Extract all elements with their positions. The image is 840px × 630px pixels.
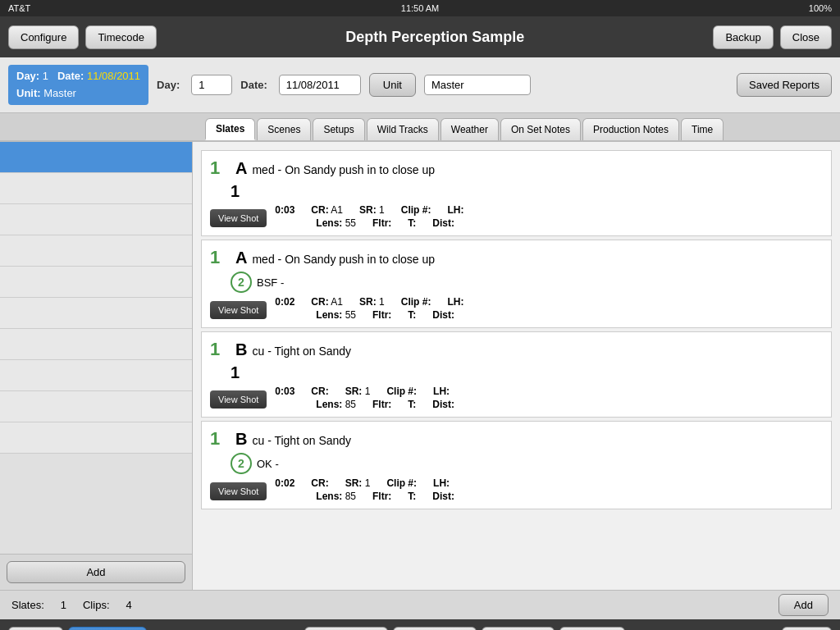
slate-num-3: 1 [210, 428, 231, 450]
lens-label-3: Lens: 85 [316, 491, 356, 502]
app-title: Depth Perception Sample [163, 29, 706, 46]
nav-script-button[interactable]: Script [8, 627, 63, 631]
view-shot-button-3[interactable]: View Shot [210, 482, 267, 500]
sidebar-item-5[interactable] [0, 298, 192, 329]
nav-participants-button[interactable]: Participants [304, 627, 388, 631]
sidebar-item-7[interactable] [0, 360, 192, 391]
sidebar-item-3[interactable] [0, 235, 192, 267]
lens-label-0: Lens: 55 [316, 217, 356, 229]
timecode-button[interactable]: Timecode [85, 25, 157, 49]
scene-letter-1: A [235, 249, 247, 267]
clip-label-0: Clip #: [401, 204, 431, 216]
unit-button[interactable]: Unit [369, 73, 416, 97]
take-row-2: 1 [231, 363, 823, 382]
sr-label-2: SR: 1 [345, 386, 371, 397]
sr-label-1: SR: 1 [359, 296, 385, 308]
content-area: 1 A med - On Sandy push in to close up 1… [193, 142, 840, 590]
sr-label-0: SR: 1 [359, 204, 385, 216]
sidebar-item-4[interactable] [0, 267, 192, 298]
shot-header-3: 1 B cu - Tight on Sandy [210, 428, 823, 450]
nav-shot-button[interactable]: Shot [782, 627, 832, 631]
tab-weather[interactable]: Weather [441, 118, 499, 140]
bottom-status-bar: Slates: 1 Clips: 4 Add [0, 590, 840, 619]
sidebar-item-1[interactable] [0, 173, 192, 204]
tab-on-set-notes[interactable]: On Set Notes [500, 118, 581, 140]
unit-input[interactable] [424, 75, 531, 95]
time-display: 11:50 AM [401, 3, 439, 13]
duration-label-2: 0:03 [275, 386, 294, 397]
tab-scenes[interactable]: Scenes [257, 118, 311, 140]
clips-label: Clips: [83, 599, 110, 611]
sidebar-add-button[interactable]: Add [7, 561, 185, 583]
content-add-button[interactable]: Add [778, 594, 829, 616]
t-label-2: T: [408, 399, 416, 410]
backup-button[interactable]: Backup [713, 25, 773, 49]
saved-reports-button[interactable]: Saved Reports [737, 73, 832, 97]
view-shot-button-2[interactable]: View Shot [210, 390, 267, 409]
view-shot-button-0[interactable]: View Shot [210, 209, 267, 227]
bottom-nav: Script Production Participants Cam/Sound… [0, 619, 840, 630]
sidebar-wrapper: Add [0, 142, 193, 590]
duration-label-1: 0:02 [275, 296, 294, 308]
shot-record-1: 1 A med - On Sandy push in to close up 2… [201, 240, 832, 328]
day-unit-box: Day: 1 Date: 11/08/2011 Unit: Master [8, 65, 148, 106]
nav-reports-button[interactable]: Reports [559, 627, 625, 631]
scene-desc-1: med - On Sandy push in to close up [252, 253, 435, 266]
sr-label-3: SR: 1 [345, 477, 371, 489]
tab-wild-tracks[interactable]: Wild Tracks [367, 118, 439, 140]
lh-label-3: LH: [433, 477, 450, 489]
dist-label-1: Dist: [432, 309, 454, 321]
lh-label-2: LH: [433, 386, 450, 397]
duration-label-3: 0:02 [275, 477, 294, 489]
nav-camsound-button[interactable]: Cam/Sound [393, 627, 477, 631]
dist-label-2: Dist: [432, 399, 454, 410]
shot-record-2: 1 B cu - Tight on Sandy 1 View Shot 0:03… [201, 331, 832, 418]
sidebar-scroll [0, 142, 192, 554]
date-input[interactable] [279, 75, 361, 95]
fltr-label-2: Fltr: [372, 399, 391, 410]
carrier-text: AT&T [8, 3, 30, 13]
close-button[interactable]: Close [780, 25, 832, 49]
sidebar-item-0[interactable] [0, 142, 192, 173]
slates-label: Slates: [11, 599, 44, 611]
t-label-0: T: [408, 217, 416, 229]
dist-label-3: Dist: [432, 491, 454, 502]
cr-label-3: CR: [311, 477, 328, 489]
t-label-3: T: [408, 491, 416, 502]
top-toolbar: Configure Timecode Depth Perception Samp… [0, 16, 840, 57]
day-label: Day: [157, 79, 180, 91]
view-shot-button-1[interactable]: View Shot [210, 301, 267, 319]
nav-production-button[interactable]: Production [68, 627, 147, 631]
tab-slates[interactable]: Slates [205, 118, 255, 140]
battery-display: 100% [809, 3, 832, 13]
tab-production-notes[interactable]: Production Notes [582, 118, 679, 140]
sidebar-footer: Add [0, 554, 192, 590]
sidebar-item-2[interactable] [0, 204, 192, 235]
shot-header-2: 1 B cu - Tight on Sandy [210, 339, 823, 360]
take-row-3: 2 OK - [231, 453, 823, 474]
fltr-label-1: Fltr: [372, 309, 391, 321]
scene-desc-0: med - On Sandy push in to close up [252, 163, 435, 176]
day-input[interactable] [191, 75, 232, 95]
shot-header-0: 1 A med - On Sandy push in to close up [210, 158, 823, 179]
scene-letter-3: B [235, 430, 247, 449]
tab-setups[interactable]: Setups [313, 118, 364, 140]
configure-button[interactable]: Configure [8, 25, 79, 49]
shot-record-0: 1 A med - On Sandy push in to close up 1… [201, 150, 832, 236]
slate-num-0: 1 [210, 158, 231, 179]
slates-value: 1 [61, 599, 66, 611]
scene-letter-0: A [235, 159, 247, 178]
sidebar-item-6[interactable] [0, 329, 192, 360]
take-circle-1: 2 [231, 272, 252, 293]
sidebar-item-9[interactable] [0, 422, 192, 454]
nav-lastshot-button[interactable]: Last Shot [482, 627, 555, 631]
take-note-1: BSF - [257, 276, 284, 289]
take-num-0: 1 [231, 182, 247, 201]
t-label-1: T: [408, 309, 416, 321]
shot-record-3: 1 B cu - Tight on Sandy 2 OK - View Shot… [201, 421, 832, 509]
cr-label-1: CR: A1 [311, 296, 343, 308]
sidebar-item-8[interactable] [0, 391, 192, 422]
slate-num-1: 1 [210, 247, 231, 268]
tab-time[interactable]: Time [681, 118, 724, 140]
take-circle-3: 2 [231, 453, 252, 474]
